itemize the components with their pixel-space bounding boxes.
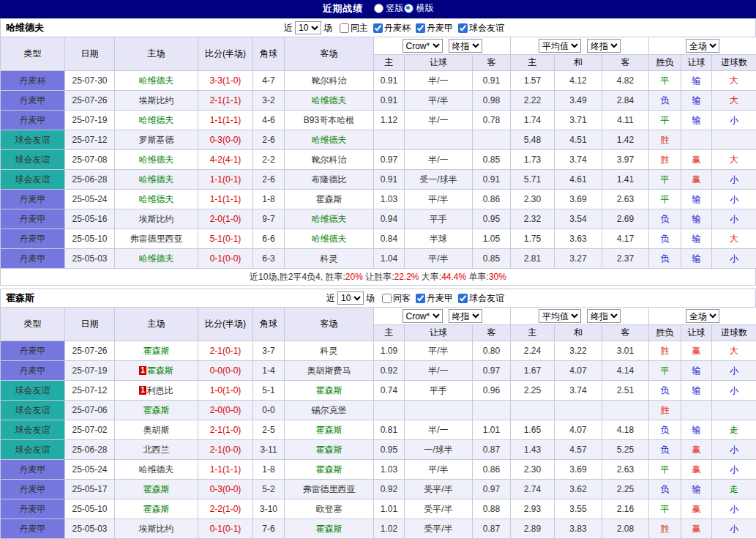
average-odds-cell: 1.65 (511, 420, 555, 440)
score-cell[interactable]: 0-0(0-0) (198, 361, 253, 381)
score-cell[interactable]: 1-1(0-1) (198, 170, 253, 190)
final-odds-select[interactable]: 终指 (449, 309, 482, 323)
score-cell[interactable]: 2-0(1-0) (198, 209, 253, 229)
score-cell[interactable]: 4-2(4-1) (198, 150, 253, 170)
checkbox-input[interactable] (458, 294, 468, 303)
home-team-cell[interactable]: 霍森斯 (115, 480, 198, 499)
away-team-cell[interactable]: 锡尔克堡 (285, 401, 374, 420)
checkbox-input[interactable] (458, 23, 468, 33)
score-cell[interactable]: 2-0(0-0) (198, 401, 253, 420)
away-team-cell[interactable]: 霍森斯 (285, 460, 374, 480)
score-cell[interactable]: 0-1(0-1) (198, 519, 253, 539)
home-team-cell[interactable]: 1利恩比 (115, 381, 198, 401)
filter-checkbox[interactable]: 丹麦甲 (411, 292, 453, 305)
recent-count-select[interactable]: 10 (295, 21, 321, 34)
away-team-cell[interactable]: 霍森斯 (285, 190, 374, 209)
away-team-cell[interactable]: 哈维德夫 (285, 209, 374, 229)
score-cell[interactable]: 0-3(0-0) (198, 130, 253, 150)
away-team-cell[interactable]: B93哥本哈根 (285, 111, 374, 130)
final-odds-select[interactable]: 终指 (449, 39, 482, 53)
home-team-cell[interactable]: 霍森斯 (115, 401, 198, 420)
score-cell[interactable]: 2-1(1-0) (198, 420, 253, 440)
away-team-cell[interactable]: 霍森斯 (285, 420, 374, 440)
bookmaker-select[interactable]: Crow* (403, 39, 443, 53)
score-cell[interactable]: 2-1(0-0) (198, 440, 253, 460)
away-team-cell[interactable]: 哈维德夫 (285, 91, 374, 111)
home-team-cell[interactable]: 哈维德夫 (115, 460, 198, 480)
home-team-cell[interactable]: 罗斯基德 (115, 130, 198, 150)
result-cell: 输 (681, 381, 712, 401)
away-team-cell[interactable]: 霍森斯 (285, 519, 374, 539)
home-team-cell[interactable]: 哈维德夫 (115, 170, 198, 190)
score-cell[interactable]: 2-1(1-1) (198, 91, 253, 111)
home-team-cell[interactable]: 哈维德夫 (115, 71, 198, 91)
score-cell[interactable]: 0-3(0-0) (198, 480, 253, 499)
average-select[interactable]: 平均值 (539, 309, 581, 323)
home-team-cell[interactable]: 埃斯比约 (115, 209, 198, 229)
match-row: 丹麦甲25-05-10弗雷德里西亚5-1(0-1)6-6哈维德夫0.84半球1.… (1, 229, 756, 249)
checkbox-input[interactable] (416, 23, 425, 33)
away-team-cell[interactable]: 霍森斯 (285, 440, 374, 460)
average-odds-cell: 2.84 (602, 91, 649, 111)
away-team-cell[interactable]: 哈维德夫 (285, 130, 374, 150)
filter-checkbox[interactable]: 同客 (377, 292, 411, 305)
away-team-cell[interactable]: 奥胡斯费马 (285, 361, 374, 381)
home-team-cell[interactable]: 北西兰 (115, 440, 198, 460)
home-team-cell[interactable]: 哈维德夫 (115, 190, 198, 209)
scope-select[interactable]: 全场 (686, 39, 719, 53)
away-team-cell[interactable]: 哈维德夫 (285, 229, 374, 249)
filter-checkbox[interactable]: 球会友谊 (453, 22, 504, 34)
bookmaker-select[interactable]: Crow* (403, 309, 443, 323)
average-odds-cell: 4.51 (555, 130, 602, 150)
final-average-select[interactable]: 终指 (587, 309, 621, 323)
away-team-cell[interactable]: 靴尔科治 (285, 150, 374, 170)
home-team-cell[interactable]: 埃斯比约 (115, 519, 198, 539)
home-team-cell[interactable]: 霍森斯 (115, 499, 198, 519)
filter-checkbox[interactable]: 丹麦杯 (368, 22, 411, 34)
layout-radio-vertical[interactable]: 竖版 (374, 2, 404, 15)
away-team-cell[interactable]: 欧登塞 (285, 499, 374, 519)
away-team-cell[interactable]: 科灵 (285, 249, 374, 269)
home-team-cell[interactable]: 霍森斯 (115, 341, 198, 361)
layout-radio-horizontal[interactable]: 横版 (404, 2, 434, 15)
average-odds-cell: 1.73 (511, 150, 555, 170)
average-select[interactable]: 平均值 (539, 39, 581, 53)
score-cell[interactable]: 1-1(1-1) (198, 190, 253, 209)
filter-checkbox[interactable]: 球会友谊 (453, 292, 504, 305)
away-team-cell[interactable]: 霍森斯 (285, 381, 374, 401)
home-team-cell[interactable]: 奥胡斯 (115, 420, 198, 440)
score-cell[interactable]: 2-2(1-0) (198, 499, 253, 519)
scope-select[interactable]: 全场 (686, 309, 719, 323)
checkbox-input[interactable] (373, 23, 383, 33)
score-cell[interactable]: 5-1(0-1) (198, 229, 253, 249)
home-team-cell[interactable]: 哈维德夫 (115, 111, 198, 130)
final-average-select[interactable]: 终指 (587, 39, 621, 53)
subcolumn-header: 让球 (681, 55, 712, 71)
odds-cell: 受平/半 (405, 499, 473, 519)
home-team-cell[interactable]: 埃斯比约 (115, 91, 198, 111)
away-team-cell[interactable]: 弗雷德里西亚 (285, 480, 374, 499)
score-cell[interactable]: 1-0(1-0) (198, 381, 253, 401)
filter-checkbox[interactable]: 丹麦甲 (411, 22, 453, 34)
checkbox-input[interactable] (416, 294, 425, 303)
score-cell[interactable]: 3-3(1-0) (198, 71, 253, 91)
checkbox-input[interactable] (340, 23, 349, 33)
home-team-cell[interactable]: 弗雷德里西亚 (115, 229, 198, 249)
home-team-cell[interactable]: 1霍森斯 (115, 361, 198, 381)
home-team-cell[interactable]: 哈维德夫 (115, 249, 198, 269)
recent-count-select[interactable]: 10 (337, 291, 364, 305)
away-team-cell[interactable]: 靴尔科治 (285, 71, 374, 91)
score-cell[interactable]: 0-1(0-0) (198, 249, 253, 269)
score-cell[interactable]: 1-1(1-1) (198, 460, 253, 480)
score-cell[interactable]: 1-1(1-1) (198, 111, 253, 130)
home-team-cell[interactable]: 哈维德夫 (115, 150, 198, 170)
score-cell[interactable]: 2-1(0-1) (198, 341, 253, 361)
away-team-cell[interactable]: 布隆德比 (285, 170, 374, 190)
away-team-cell[interactable]: 科灵 (285, 341, 374, 361)
filter-checkbox[interactable]: 同主 (334, 22, 368, 34)
result-cell: 小 (712, 460, 756, 480)
checkbox-input[interactable] (382, 294, 392, 303)
corner-cell: 5-1 (253, 381, 285, 401)
recent-label: 近 (284, 22, 293, 34)
date-cell: 25-07-30 (65, 71, 115, 91)
